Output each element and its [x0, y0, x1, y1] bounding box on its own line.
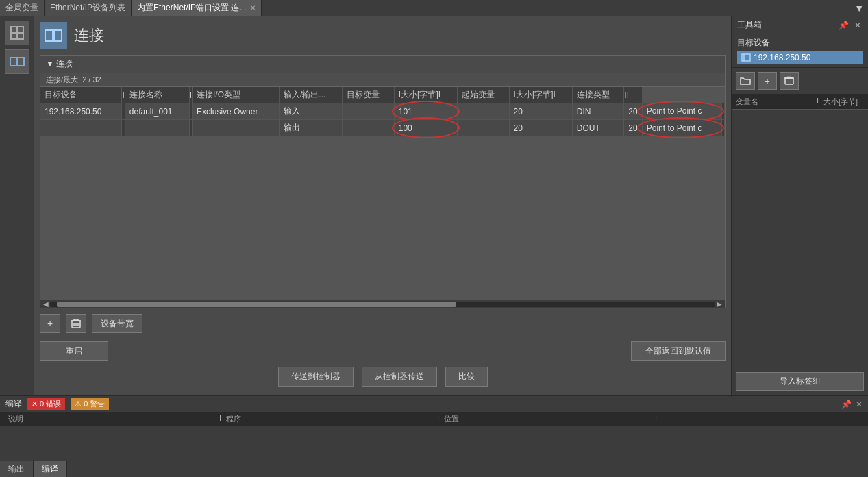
toolbox-var-col3: 大小[字节] [823, 97, 864, 107]
restore-defaults-button[interactable]: 全部返回到默认值 [631, 341, 726, 361]
device-bandwidth-button[interactable]: 设备带宽 [92, 314, 142, 333]
transfer-to-controller-button[interactable]: 传送到控制器 [278, 367, 354, 387]
warning-count: 0 警告 [84, 399, 105, 409]
table-row[interactable]: 192.168.250.50 default_001 Exclusive Own… [40, 103, 725, 120]
sidebar-btn-1[interactable] [5, 21, 29, 45]
import-label-button[interactable]: 导入标签组 [736, 372, 864, 391]
scrollbar-track[interactable] [50, 302, 715, 307]
compiler-columns: 说明 I 程序 I 位置 I [0, 413, 868, 426]
compiler-tab-output-label: 输出 [8, 464, 25, 474]
compiler-col-sep3: I [652, 414, 863, 424]
tab-close-icon[interactable]: ✕ [250, 4, 256, 12]
connection-table: 目标设备 I 连接名称 I 连接I/O类型 输入/输出... 目标变量 I大小[… [40, 87, 725, 136]
compiler-pin-button[interactable]: 📌 [841, 400, 852, 409]
toolbox-folder-button[interactable] [736, 72, 755, 90]
transfer-from-controller-button[interactable]: 从控制器传送 [362, 367, 437, 387]
cell-input-size-2[interactable]: 100 [394, 120, 457, 136]
cell-sep3-2 [722, 120, 725, 136]
panel-header: ▼ 连接 [40, 56, 725, 73]
tab-global-var-label: 全局变量 [5, 2, 38, 14]
compiler-tabs: 输出 编译 [0, 461, 868, 477]
svg-rect-1 [18, 27, 23, 32]
cell-io-type-1: Exclusive Owner [193, 103, 280, 120]
reset-button[interactable]: 重启 [40, 341, 108, 361]
cell-input-size-1[interactable]: 101 [394, 103, 457, 120]
target-device-item[interactable]: 192.168.250.50 [737, 51, 863, 64]
error-count: 0 错误 [40, 399, 61, 409]
page-title-icon [40, 22, 67, 49]
error-badge[interactable]: ✕ 0 错误 [27, 398, 65, 410]
compare-button[interactable]: 比较 [445, 367, 488, 387]
warning-badge[interactable]: ⚠ 0 警告 [71, 398, 109, 410]
cell-sep3-1 [722, 103, 725, 120]
tab-ethernet-list[interactable]: EtherNet/IP设备列表 [45, 0, 132, 16]
compiler-col-sep1-text: I [219, 414, 221, 422]
cell-size-bytes-1: 20 [509, 103, 572, 120]
toolbox-var-header: 变量名 I 大小[字节] [732, 95, 868, 110]
toolbox-header-actions: 📌 ✕ [837, 21, 863, 30]
table-wrapper[interactable]: 目标设备 I 连接名称 I 连接I/O类型 输入/输出... 目标变量 I大小[… [40, 87, 725, 299]
delete-button[interactable] [66, 314, 86, 333]
scroll-left-arrow[interactable]: ◀ [42, 300, 50, 308]
tab-ethernet-port-label: 内置EtherNet/IP端口设置 连... [137, 2, 246, 14]
cell-target-device-2 [40, 120, 122, 136]
compiler-col-desc: 说明 [5, 414, 216, 424]
compiler-col-location: 位置 [441, 414, 652, 424]
cell-conn-type-1-val: Point to Point c [647, 106, 702, 116]
target-device-address: 192.168.250.50 [754, 53, 810, 62]
tab-dropdown-button[interactable]: ▼ [850, 0, 868, 16]
compiler-close-button[interactable]: ✕ [856, 400, 863, 409]
cell-conn-name-2 [125, 120, 189, 136]
svg-rect-22 [785, 78, 793, 84]
left-sidebar [0, 16, 34, 395]
cell-start-var-2 [457, 120, 509, 136]
table-header-row: 目标设备 I 连接名称 I 连接I/O类型 输入/输出... 目标变量 I大小[… [40, 87, 725, 103]
cell-io-type-2 [193, 120, 280, 136]
col-connection-name: 连接名称 [125, 87, 189, 103]
toolbox-close-button[interactable]: ✕ [853, 21, 863, 30]
tab-ethernet-port[interactable]: 内置EtherNet/IP端口设置 连... ✕ [132, 0, 262, 16]
tab-global-var[interactable]: 全局变量 [0, 0, 45, 16]
add-button[interactable]: + [40, 314, 60, 333]
svg-rect-2 [11, 34, 16, 39]
svg-rect-5 [17, 58, 24, 66]
target-device-label: 目标设备 [737, 37, 863, 49]
horizontal-scrollbar[interactable]: ◀ ▶ [40, 299, 725, 308]
page-title-row: 连接 [40, 22, 726, 49]
bottom-actions-row: 重启 全部返回到默认值 [40, 336, 726, 364]
scrollbar-thumb[interactable] [57, 302, 456, 307]
compiler-tab-compile[interactable]: 编译 [34, 461, 67, 477]
toolbox-delete-button[interactable] [780, 72, 799, 90]
toolbox-title: 工具箱 [737, 19, 762, 31]
cell-start-var2-1: DIN [572, 103, 624, 120]
cell-conn-type-1: Point to Point c [642, 103, 721, 120]
connection-panel: ▼ 连接 连接/最大: 2 / 32 目标设备 I 连接名称 I 连 [40, 55, 726, 308]
svg-rect-0 [11, 27, 16, 32]
toolbox-var-list [732, 110, 868, 368]
compiler-tab-compile-label: 编译 [42, 464, 58, 474]
svg-rect-4 [10, 58, 17, 66]
compiler-tab-output[interactable]: 输出 [0, 461, 34, 477]
cell-size-bytes2-2: 20 [624, 120, 642, 136]
compiler-header: 编译 ✕ 0 错误 ⚠ 0 警告 📌 ✕ [0, 396, 868, 413]
compiler-col-sep3-text: I [655, 414, 657, 422]
toolbox-var-col1: 变量名 [736, 97, 817, 107]
sidebar-btn-2[interactable] [5, 49, 29, 74]
warning-icon: ⚠ [75, 400, 82, 408]
scroll-right-arrow[interactable]: ▶ [715, 300, 723, 308]
panel-header-text: ▼ 连接 [46, 58, 73, 70]
compiler-col-sep2-text: I [437, 414, 439, 422]
col-sep3: II [624, 87, 642, 103]
cell-target-var-1 [343, 103, 395, 120]
col-target-device: 目标设备 [40, 87, 122, 103]
compiler-title: 编译 [5, 398, 22, 410]
action-row: + 设备带宽 [40, 308, 726, 336]
toolbox-var-sep: I [817, 97, 823, 107]
cell-target-var-2 [343, 120, 395, 136]
toolbox-add-button[interactable]: + [758, 72, 777, 90]
table-row[interactable]: 输出 100 20 DOUT 20 [40, 120, 725, 136]
compiler-col-program: 程序 [223, 414, 434, 424]
col-size-bytes: I大小[字节]I [509, 87, 572, 103]
cell-size-bytes2-1: 20 [624, 103, 642, 120]
toolbox-pin-button[interactable]: 📌 [837, 21, 850, 30]
